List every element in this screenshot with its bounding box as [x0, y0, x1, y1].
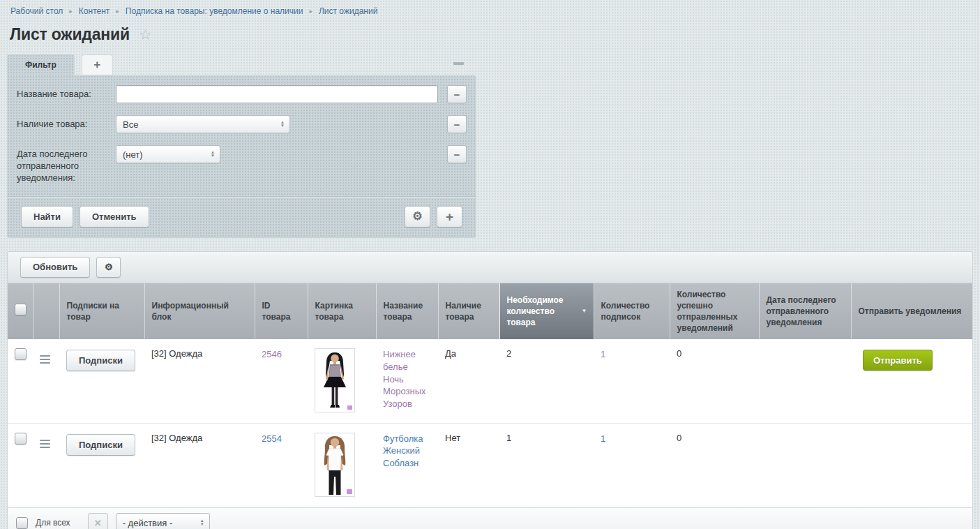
minus-icon: −: [454, 89, 460, 100]
required-quantity-cell: 1: [499, 423, 594, 507]
send-notifications-button[interactable]: Отправить: [863, 350, 933, 371]
column-header-last-sent-date[interactable]: Дата последнего отправленного уведомлени…: [759, 283, 851, 340]
remove-filter-field-button[interactable]: −: [447, 145, 467, 163]
close-icon: ✕: [94, 518, 102, 528]
row-checkbox[interactable]: [15, 348, 27, 360]
sent-count-cell: 0: [670, 423, 759, 507]
column-header-sent-count[interactable]: Количество успешно отправленных уведомле…: [670, 283, 759, 340]
column-header-subscription-count[interactable]: Количество подписок: [594, 283, 670, 340]
last-sent-date-cell: [759, 339, 851, 423]
last-sent-date-cell: [759, 423, 851, 507]
table-row: Подписки [32] Одежда 2546: [8, 339, 972, 423]
select-spinner-icon: ▲▼: [200, 519, 204, 526]
select-spinner-icon: ▲▼: [280, 121, 285, 128]
add-filter-field-button[interactable]: +: [437, 206, 462, 228]
gear-icon: ⚙: [105, 262, 113, 272]
waitlist-grid: Обновить ⚙ Подписки на товар Информацион…: [7, 251, 973, 529]
subscription-count-link[interactable]: 1: [601, 348, 605, 361]
breadcrumb-separator-icon: ▸: [116, 8, 119, 15]
product-id-link[interactable]: 2554: [262, 433, 282, 445]
plus-icon: +: [446, 210, 453, 223]
breadcrumb-separator-icon: ▸: [309, 8, 312, 15]
iblock-cell: [32] Одежда: [144, 339, 255, 423]
minus-icon: −: [454, 119, 460, 131]
breadcrumb-item-subscriptions[interactable]: Подписка на товары: уведомление о наличи…: [126, 6, 303, 16]
breadcrumb-item-desktop[interactable]: Рабочий стол: [10, 6, 63, 16]
add-filter-tab-button[interactable]: +: [82, 54, 113, 75]
favorite-star-icon[interactable]: ☆: [139, 27, 152, 42]
column-header-product-name[interactable]: Название товара: [376, 283, 438, 340]
column-header-required-quantity[interactable]: Необходимое количество товара ▼: [499, 283, 594, 340]
page-title: Лист ожиданий: [10, 25, 130, 44]
field-label-product-name: Название товара:: [17, 85, 116, 100]
grid-toolbar: Обновить ⚙: [7, 251, 973, 283]
breadcrumb-item-waitlist[interactable]: Лист ожиданий: [319, 6, 377, 16]
table-row: Подписки [32] Одежда 2554: [8, 423, 972, 507]
cancel-button[interactable]: Отменить: [80, 206, 149, 228]
availability-select-value: Все: [123, 119, 138, 130]
column-header-label: Необходимое количество товара: [507, 295, 564, 327]
sent-count-cell: 0: [670, 339, 759, 423]
iblock-cell: [32] Одежда: [144, 423, 255, 507]
product-name-link[interactable]: Нижнее белье Ночь Морозных Узоров: [383, 348, 431, 410]
breadcrumb-item-content[interactable]: Контент: [79, 6, 110, 16]
column-header-send[interactable]: Отправить уведомления: [851, 283, 972, 340]
remove-filter-field-button[interactable]: −: [447, 115, 467, 133]
grid-settings-button[interactable]: ⚙: [96, 257, 121, 278]
subscriptions-button[interactable]: Подписки: [66, 350, 135, 371]
column-header-iblock[interactable]: Информационный блок: [144, 283, 255, 340]
product-name-link[interactable]: Футболка Женский Соблазн: [383, 433, 431, 470]
subscriptions-button[interactable]: Подписки: [66, 434, 135, 456]
for-all-label: Для всех: [36, 518, 70, 528]
field-label-last-notification-date: Дата последнего отправленного уведомлени…: [17, 145, 116, 184]
breadcrumb-separator-icon: ▸: [69, 8, 73, 15]
row-checkbox[interactable]: [15, 433, 27, 445]
clear-selection-button[interactable]: ✕: [88, 513, 108, 529]
product-name-input[interactable]: [116, 85, 438, 103]
column-header-product-id[interactable]: ID товара: [255, 283, 308, 340]
refresh-button[interactable]: Обновить: [20, 257, 90, 278]
tab-filter[interactable]: Фильтр: [7, 54, 75, 75]
select-all-checkbox[interactable]: [15, 304, 27, 315]
row-menu-icon[interactable]: [40, 440, 50, 448]
minus-icon: −: [454, 149, 460, 161]
column-header-availability[interactable]: Наличие товара: [438, 283, 499, 340]
gear-icon: ⚙: [412, 211, 422, 222]
breadcrumb: Рабочий стол ▸ Контент ▸ Подписка на тов…: [0, 0, 980, 16]
availability-cell: Нет: [438, 423, 499, 507]
filter-settings-button[interactable]: ⚙: [405, 206, 430, 228]
filter-panel: Фильтр + Название товара: − Наличие това…: [7, 54, 476, 238]
product-id-link[interactable]: 2546: [262, 348, 282, 361]
actions-select-value: - действия -: [123, 518, 173, 528]
product-image: [315, 433, 355, 497]
waitlist-table: Подписки на товар Информационный блок ID…: [8, 283, 972, 507]
select-all-header-cell: [8, 283, 33, 340]
grid-footer: Для всех ✕ - действия - ▲▼: [7, 507, 973, 529]
availability-select[interactable]: Все ▲▼: [116, 115, 290, 133]
date-select-value: (нет): [123, 149, 143, 160]
subscription-count-link[interactable]: 1: [601, 433, 605, 445]
availability-cell: Да: [438, 339, 499, 423]
last-notification-date-select[interactable]: (нет) ▲▼: [116, 145, 220, 163]
column-header-product-image[interactable]: Картинка товара: [308, 283, 376, 340]
find-button[interactable]: Найти: [21, 206, 73, 228]
row-menu-icon[interactable]: [40, 355, 50, 364]
sort-desc-icon: ▼: [582, 308, 587, 315]
select-spinner-icon: ▲▼: [211, 151, 215, 158]
field-label-availability: Наличие товара:: [17, 115, 116, 131]
collapse-filter-icon[interactable]: [453, 62, 464, 65]
product-image: [315, 348, 355, 412]
row-menu-header-cell: [33, 283, 59, 340]
actions-select[interactable]: - действия - ▲▼: [116, 513, 210, 529]
plus-icon: +: [93, 58, 100, 72]
required-quantity-cell: 2: [499, 339, 594, 423]
table-header-row: Подписки на товар Информационный блок ID…: [8, 283, 972, 340]
remove-filter-field-button[interactable]: −: [447, 85, 467, 103]
column-header-subscriptions[interactable]: Подписки на товар: [59, 283, 144, 340]
for-all-checkbox[interactable]: [16, 517, 28, 529]
